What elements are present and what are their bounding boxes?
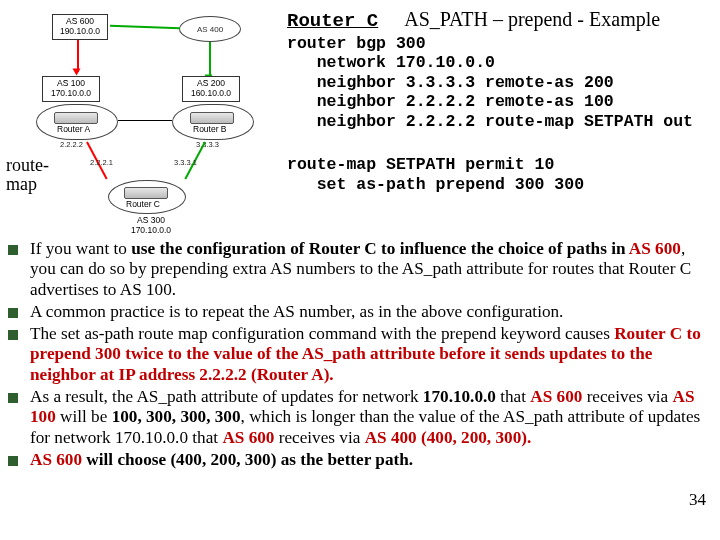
bullet-list: If you want to use the configuration of … — [0, 233, 720, 470]
routemap-config: route-map SETPATH permit 10 set as-path … — [287, 155, 710, 194]
bullet-4: As a result, the AS_path attribute of up… — [30, 387, 702, 448]
bullet-icon — [8, 245, 18, 255]
bullet-icon — [8, 393, 18, 403]
network-diagram: AS 600 190.10.0.0 AS 400 AS 100 170.10.0… — [4, 8, 279, 233]
bgp-config: router bgp 300 network 170.10.0.0 neighb… — [287, 34, 710, 131]
bullet-5: AS 600 will choose (400, 200, 300) as th… — [30, 450, 702, 470]
bullet-3: The set as-path route map configuration … — [30, 324, 702, 385]
routerA-label: Router A — [57, 124, 90, 134]
bullet-icon — [8, 308, 18, 318]
routemap-label: route-map — [6, 156, 62, 194]
as100-box: AS 100 170.10.0.0 — [42, 76, 100, 102]
routerB-label: Router B — [193, 124, 227, 134]
as400-cloud: AS 400 — [179, 16, 241, 42]
as600-box: AS 600 190.10.0.0 — [52, 14, 108, 40]
router-c-heading: Router C — [287, 10, 378, 32]
bullet-icon — [8, 456, 18, 466]
ipA: 2.2.2.2 — [60, 140, 83, 149]
as300-box: AS 300 170.10.0.0 — [122, 214, 180, 238]
config-panel: Router C AS_PATH – prepend - Example rou… — [287, 8, 716, 233]
as200-box: AS 200 160.10.0.0 — [182, 76, 240, 102]
ipL: 2.2.2.1 — [90, 158, 113, 167]
page-number: 34 — [689, 490, 706, 510]
ipR: 3.3.3.1 — [174, 158, 197, 167]
bullet-1: If you want to use the configuration of … — [30, 239, 702, 300]
routerC-label: Router C — [126, 199, 160, 209]
bullet-icon — [8, 330, 18, 340]
bullet-2: A common practice is to repeat the AS nu… — [30, 302, 702, 322]
slide-title: AS_PATH – prepend - Example — [404, 8, 660, 31]
